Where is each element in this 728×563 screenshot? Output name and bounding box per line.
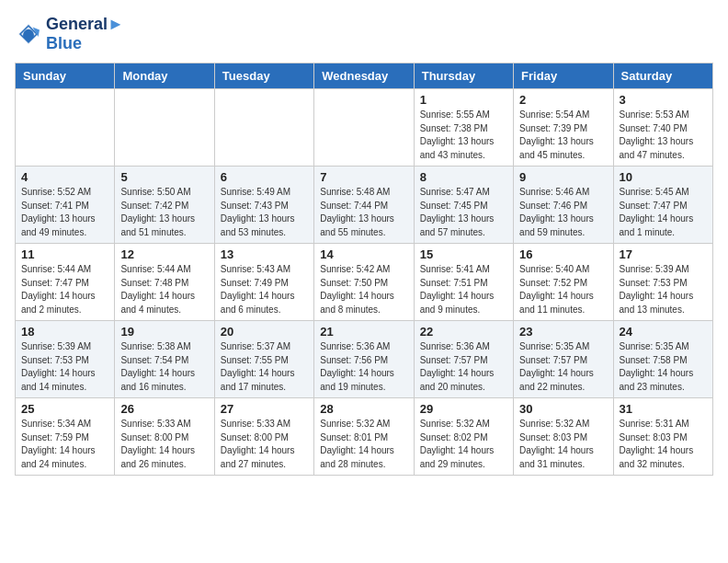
day-cell-2: 2Sunrise: 5:54 AM Sunset: 7:39 PM Daylig…	[514, 89, 613, 167]
day-cell-31: 31Sunrise: 5:31 AM Sunset: 8:03 PM Dayli…	[613, 398, 712, 476]
day-number: 7	[320, 170, 407, 184]
day-number: 24	[620, 325, 707, 339]
day-info: Sunrise: 5:43 AM Sunset: 7:49 PM Dayligh…	[221, 263, 308, 316]
day-cell-16: 16Sunrise: 5:40 AM Sunset: 7:52 PM Dayli…	[514, 244, 613, 321]
day-info: Sunrise: 5:49 AM Sunset: 7:43 PM Dayligh…	[221, 186, 308, 239]
day-cell-24: 24Sunrise: 5:35 AM Sunset: 7:58 PM Dayli…	[613, 321, 712, 398]
day-cell-5: 5Sunrise: 5:50 AM Sunset: 7:42 PM Daylig…	[115, 167, 214, 244]
day-cell-21: 21Sunrise: 5:36 AM Sunset: 7:56 PM Dayli…	[314, 321, 414, 398]
day-number: 13	[221, 247, 308, 261]
day-number: 9	[519, 170, 607, 184]
day-info: Sunrise: 5:36 AM Sunset: 7:56 PM Dayligh…	[320, 340, 407, 394]
day-info: Sunrise: 5:44 AM Sunset: 7:47 PM Dayligh…	[21, 263, 108, 316]
day-cell-28: 28Sunrise: 5:32 AM Sunset: 8:01 PM Dayli…	[314, 398, 414, 476]
day-info: Sunrise: 5:32 AM Sunset: 8:01 PM Dayligh…	[320, 418, 407, 471]
day-cell-10: 10Sunrise: 5:45 AM Sunset: 7:47 PM Dayli…	[613, 167, 712, 244]
day-number: 11	[21, 247, 108, 261]
day-number: 3	[620, 93, 707, 107]
day-number: 31	[620, 402, 707, 416]
day-info: Sunrise: 5:44 AM Sunset: 7:48 PM Dayligh…	[120, 263, 208, 316]
day-number: 5	[120, 170, 208, 184]
day-number: 10	[620, 170, 707, 184]
day-number: 27	[221, 402, 308, 416]
weekday-header-tuesday: Tuesday	[214, 63, 313, 89]
day-info: Sunrise: 5:39 AM Sunset: 7:53 PM Dayligh…	[620, 263, 707, 316]
day-cell-29: 29Sunrise: 5:32 AM Sunset: 8:02 PM Dayli…	[414, 398, 513, 476]
empty-cell	[314, 89, 414, 167]
day-cell-22: 22Sunrise: 5:36 AM Sunset: 7:57 PM Dayli…	[414, 321, 513, 398]
day-number: 28	[320, 402, 407, 416]
day-info: Sunrise: 5:47 AM Sunset: 7:45 PM Dayligh…	[420, 186, 507, 239]
day-info: Sunrise: 5:33 AM Sunset: 8:00 PM Dayligh…	[120, 418, 208, 471]
day-info: Sunrise: 5:55 AM Sunset: 7:38 PM Dayligh…	[420, 109, 507, 162]
day-cell-17: 17Sunrise: 5:39 AM Sunset: 7:53 PM Dayli…	[613, 244, 712, 321]
logo-icon	[15, 20, 42, 48]
day-number: 15	[420, 247, 507, 261]
day-number: 23	[519, 325, 607, 339]
weekday-header-monday: Monday	[115, 63, 214, 89]
week-row-1: 1Sunrise: 5:55 AM Sunset: 7:38 PM Daylig…	[16, 89, 713, 167]
day-cell-11: 11Sunrise: 5:44 AM Sunset: 7:47 PM Dayli…	[16, 244, 115, 321]
week-row-2: 4Sunrise: 5:52 AM Sunset: 7:41 PM Daylig…	[16, 167, 713, 244]
day-cell-15: 15Sunrise: 5:41 AM Sunset: 7:51 PM Dayli…	[414, 244, 513, 321]
day-number: 8	[420, 170, 507, 184]
page-header: General► Blue	[15, 15, 713, 53]
day-info: Sunrise: 5:35 AM Sunset: 7:57 PM Dayligh…	[519, 340, 607, 394]
day-info: Sunrise: 5:50 AM Sunset: 7:42 PM Dayligh…	[120, 186, 208, 239]
day-number: 1	[420, 93, 507, 107]
calendar: SundayMondayTuesdayWednesdayThursdayFrid…	[15, 63, 713, 476]
day-cell-6: 6Sunrise: 5:49 AM Sunset: 7:43 PM Daylig…	[214, 167, 313, 244]
day-info: Sunrise: 5:38 AM Sunset: 7:54 PM Dayligh…	[120, 340, 208, 394]
day-cell-13: 13Sunrise: 5:43 AM Sunset: 7:49 PM Dayli…	[214, 244, 313, 321]
day-number: 19	[120, 325, 208, 339]
day-number: 22	[420, 325, 507, 339]
day-cell-27: 27Sunrise: 5:33 AM Sunset: 8:00 PM Dayli…	[214, 398, 313, 476]
day-number: 2	[519, 93, 607, 107]
weekday-header-friday: Friday	[514, 63, 613, 89]
week-row-3: 11Sunrise: 5:44 AM Sunset: 7:47 PM Dayli…	[16, 244, 713, 321]
day-cell-12: 12Sunrise: 5:44 AM Sunset: 7:48 PM Dayli…	[115, 244, 214, 321]
day-info: Sunrise: 5:39 AM Sunset: 7:53 PM Dayligh…	[21, 340, 108, 394]
weekday-header-row: SundayMondayTuesdayWednesdayThursdayFrid…	[16, 63, 713, 89]
day-number: 29	[420, 402, 507, 416]
day-cell-14: 14Sunrise: 5:42 AM Sunset: 7:50 PM Dayli…	[314, 244, 414, 321]
day-number: 12	[120, 247, 208, 261]
weekday-header-sunday: Sunday	[16, 63, 115, 89]
day-cell-30: 30Sunrise: 5:32 AM Sunset: 8:03 PM Dayli…	[514, 398, 613, 476]
week-row-5: 25Sunrise: 5:34 AM Sunset: 7:59 PM Dayli…	[16, 398, 713, 476]
day-info: Sunrise: 5:31 AM Sunset: 8:03 PM Dayligh…	[620, 418, 707, 471]
day-number: 6	[221, 170, 308, 184]
weekday-header-thursday: Thursday	[414, 63, 513, 89]
empty-cell	[115, 89, 214, 167]
day-cell-18: 18Sunrise: 5:39 AM Sunset: 7:53 PM Dayli…	[16, 321, 115, 398]
day-info: Sunrise: 5:37 AM Sunset: 7:55 PM Dayligh…	[221, 340, 308, 394]
day-info: Sunrise: 5:32 AM Sunset: 8:02 PM Dayligh…	[420, 418, 507, 471]
day-info: Sunrise: 5:48 AM Sunset: 7:44 PM Dayligh…	[320, 186, 407, 239]
day-info: Sunrise: 5:52 AM Sunset: 7:41 PM Dayligh…	[21, 186, 108, 239]
day-number: 4	[21, 170, 108, 184]
weekday-header-wednesday: Wednesday	[314, 63, 414, 89]
day-number: 18	[21, 325, 108, 339]
day-number: 30	[519, 402, 607, 416]
day-cell-8: 8Sunrise: 5:47 AM Sunset: 7:45 PM Daylig…	[414, 167, 513, 244]
day-info: Sunrise: 5:41 AM Sunset: 7:51 PM Dayligh…	[420, 263, 507, 316]
day-info: Sunrise: 5:33 AM Sunset: 8:00 PM Dayligh…	[221, 418, 308, 471]
day-info: Sunrise: 5:32 AM Sunset: 8:03 PM Dayligh…	[519, 418, 607, 471]
day-info: Sunrise: 5:40 AM Sunset: 7:52 PM Dayligh…	[519, 263, 607, 316]
day-number: 20	[221, 325, 308, 339]
empty-cell	[16, 89, 115, 167]
day-cell-3: 3Sunrise: 5:53 AM Sunset: 7:40 PM Daylig…	[613, 89, 712, 167]
logo-text: General► Blue	[46, 15, 124, 53]
day-number: 25	[21, 402, 108, 416]
day-info: Sunrise: 5:54 AM Sunset: 7:39 PM Dayligh…	[519, 109, 607, 162]
empty-cell	[214, 89, 313, 167]
day-number: 14	[320, 247, 407, 261]
day-cell-1: 1Sunrise: 5:55 AM Sunset: 7:38 PM Daylig…	[414, 89, 513, 167]
day-number: 26	[120, 402, 208, 416]
weekday-header-saturday: Saturday	[613, 63, 712, 89]
day-number: 21	[320, 325, 407, 339]
day-info: Sunrise: 5:36 AM Sunset: 7:57 PM Dayligh…	[420, 340, 507, 394]
day-cell-4: 4Sunrise: 5:52 AM Sunset: 7:41 PM Daylig…	[16, 167, 115, 244]
day-number: 17	[620, 247, 707, 261]
day-info: Sunrise: 5:45 AM Sunset: 7:47 PM Dayligh…	[620, 186, 707, 239]
